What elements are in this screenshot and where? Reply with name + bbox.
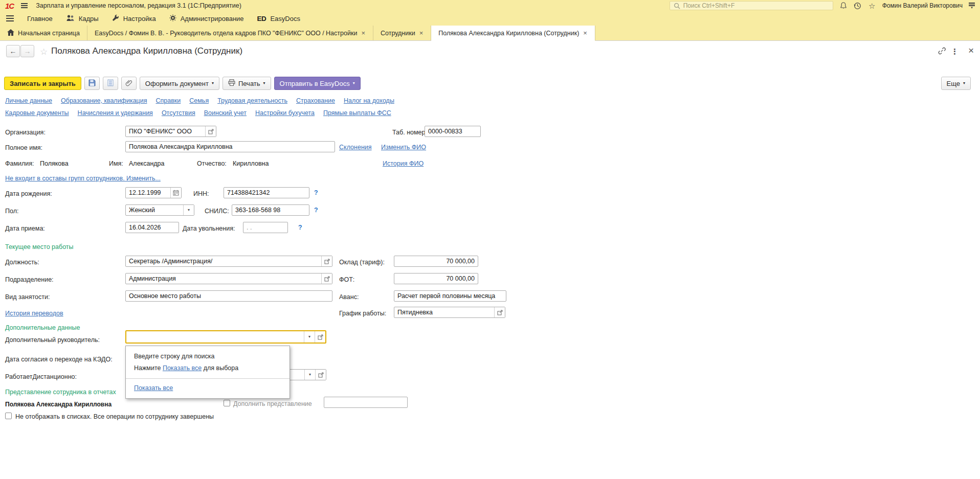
save-and-close-button[interactable]: Записать и закрыть (4, 77, 81, 90)
menu-item-hr[interactable]: Кадры (66, 14, 99, 23)
tab-employees[interactable]: Сотрудники × (373, 26, 431, 40)
menu-item-easydocs[interactable]: ED EasyDocs (257, 15, 300, 22)
link-military[interactable]: Воинский учет (204, 109, 247, 117)
forward-button[interactable]: → (20, 45, 34, 57)
open-icon[interactable] (205, 126, 216, 136)
menu-item-settings[interactable]: Настройка (112, 14, 156, 23)
calendar-icon[interactable] (170, 188, 181, 198)
open-icon[interactable] (315, 370, 326, 380)
org-field[interactable]: ПКО "ФЕНИКС" ООО (125, 126, 216, 137)
link-income-tax[interactable]: Налог на доходы (344, 97, 394, 104)
popup-hint-line1: Введите строку для поиска (134, 353, 281, 360)
link-insurance[interactable]: Страхование (296, 97, 335, 104)
tab-employees-label: Сотрудники (381, 30, 415, 37)
dismiss-help-icon[interactable]: ? (298, 224, 302, 231)
search-input[interactable] (683, 2, 830, 9)
close-icon[interactable]: × (583, 30, 588, 36)
tab-number-field[interactable]: 0000-00833 (425, 126, 481, 137)
send-to-easydocs-button[interactable]: Отправить в EasyDocs ▾ (274, 77, 361, 90)
inn-help-icon[interactable]: ? (314, 189, 318, 196)
favorites-star-icon[interactable]: ☆ (868, 2, 876, 10)
additional-manager-field[interactable]: ▾ (125, 330, 326, 344)
dismiss-date-field[interactable]: . . (243, 222, 288, 233)
employment-field[interactable]: Основное место работы (125, 290, 332, 302)
open-icon[interactable] (321, 273, 332, 284)
create-document-button[interactable]: Оформить документ ▾ (140, 77, 219, 90)
save-button[interactable] (84, 77, 100, 90)
sections-menu-icon[interactable] (6, 15, 14, 21)
current-user-name[interactable]: Фомин Валерий Викторович (882, 2, 963, 9)
link-education[interactable]: Образование, квалификация (61, 97, 147, 104)
favorite-star-icon[interactable]: ☆ (40, 47, 48, 57)
employee-groups-link[interactable]: Не входит в составы групп сотрудников. И… (5, 175, 161, 182)
link-fss-payments[interactable]: Прямые выплаты ФСС (323, 109, 391, 117)
fio-history-link[interactable]: История ФИО (383, 160, 424, 167)
advance-field[interactable]: Расчет первой половины месяца (394, 290, 506, 302)
link-personal-data[interactable]: Личные данные (5, 97, 52, 104)
attachments-button[interactable] (121, 77, 137, 90)
documents-list-button[interactable] (103, 77, 118, 90)
print-label: Печать (238, 80, 260, 87)
salary-label: Оклад (тариф): (339, 259, 385, 266)
list-icon (107, 79, 114, 88)
global-search[interactable] (670, 1, 833, 10)
link-hr-documents[interactable]: Кадровые документы (5, 109, 69, 117)
supplement-representation-input[interactable] (324, 397, 408, 408)
menu-item-settings-label: Настройка (123, 15, 156, 22)
declensions-link[interactable]: Склонения (339, 144, 372, 151)
open-icon[interactable] (494, 307, 505, 317)
window-close-icon[interactable]: × (968, 45, 974, 56)
section-additional-data: Дополнительные данные (5, 324, 80, 331)
schedule-field[interactable]: Пятидневка (394, 307, 505, 318)
get-link-icon[interactable] (938, 47, 946, 57)
main-menu-icon[interactable] (21, 3, 28, 8)
inn-field[interactable]: 714388421342 (224, 187, 309, 198)
department-field[interactable]: Администрация (125, 273, 332, 284)
tab-easydocs-settings[interactable]: EasyDocs / Фомин В. В. - Руководитель от… (87, 26, 373, 40)
hide-in-lists-checkbox[interactable] (5, 413, 12, 419)
more-button[interactable]: Еще ▾ (941, 77, 971, 90)
print-button[interactable]: Печать ▾ (222, 77, 271, 90)
back-button[interactable]: ← (6, 45, 20, 57)
position-field[interactable]: Секретарь /Администрация/ (125, 256, 332, 267)
birth-date-value: 12.12.1999 (126, 188, 170, 198)
snils-help-icon[interactable]: ? (314, 207, 318, 214)
tab-home[interactable]: Начальная страница (0, 26, 87, 40)
supplement-representation-checkbox[interactable] (224, 400, 230, 406)
fot-field[interactable]: 70 000,00 (394, 273, 478, 284)
birth-date-field[interactable]: 12.12.1999 (125, 187, 182, 198)
salary-field[interactable]: 70 000,00 (394, 256, 478, 267)
full-name-field[interactable]: Полякова Александра Кирилловна (125, 141, 335, 152)
notifications-bell-icon[interactable] (839, 2, 848, 10)
popup-inline-show-all-link[interactable]: Показать все (163, 364, 202, 372)
link-certificates[interactable]: Справки (156, 97, 181, 104)
salary-value: 70 000,00 (394, 256, 478, 266)
transfers-history-link[interactable]: История переводов (5, 310, 63, 317)
menu-item-administration[interactable]: Администрирование (169, 14, 244, 23)
more-options-kebab-icon[interactable]: ⋮ (951, 47, 959, 56)
chevron-down-icon[interactable]: ▾ (304, 331, 315, 343)
history-icon[interactable] (854, 2, 862, 10)
link-work-activity[interactable]: Трудовая деятельность (217, 97, 287, 104)
link-family[interactable]: Семья (189, 97, 209, 104)
tab-employee-card[interactable]: Полякова Александра Кирилловна (Сотрудни… (431, 26, 595, 41)
link-accounting-settings[interactable]: Настройки бухучета (255, 109, 315, 117)
user-menu-icon[interactable]: ▾ (969, 3, 975, 9)
menu-item-main[interactable]: Главное (27, 15, 53, 22)
firstname-label: Имя: (109, 160, 123, 167)
snils-field[interactable]: 363-168-568 98 (232, 204, 309, 216)
link-accruals[interactable]: Начисления и удержания (78, 109, 153, 117)
hire-date-field[interactable]: 16.04.2026 (125, 222, 179, 233)
chevron-down-icon[interactable]: ▾ (183, 205, 194, 215)
change-fio-link[interactable]: Изменить ФИО (381, 144, 426, 151)
link-absences[interactable]: Отсутствия (162, 109, 195, 117)
close-icon[interactable]: × (419, 30, 424, 36)
open-icon[interactable] (321, 256, 332, 266)
gender-select[interactable]: Женский ▾ (125, 204, 194, 216)
snils-value: 363-168-568 98 (232, 205, 309, 215)
open-icon[interactable] (315, 331, 325, 343)
search-dropdown-popup: Введите строку для поиска Нажмите Показа… (125, 346, 290, 399)
close-icon[interactable]: × (361, 30, 366, 36)
show-all-link[interactable]: Показать все (134, 384, 173, 392)
chevron-down-icon[interactable]: ▾ (304, 370, 315, 380)
